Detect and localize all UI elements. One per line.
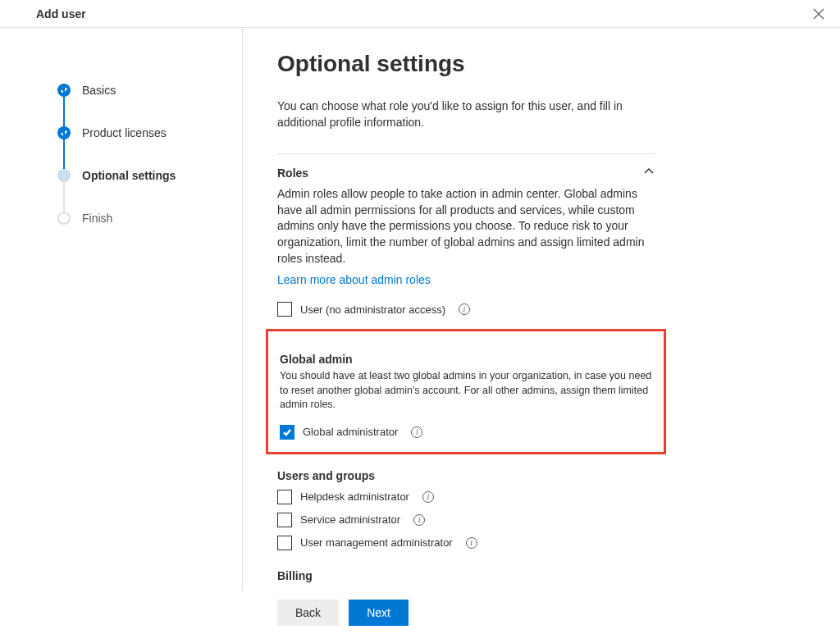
users-groups-title: Users and groups [277,469,655,482]
chevron-up-icon [643,166,655,180]
close-icon [813,8,824,20]
main-scroll[interactable]: Optional settings You can choose what ro… [243,28,840,590]
info-icon[interactable]: i [411,426,422,438]
global-admin-description: You should have at least two global admi… [280,369,652,413]
billing-title: Billing [277,569,655,582]
info-icon[interactable]: i [466,537,477,549]
checkbox-user-mgmt-admin[interactable]: User management administrator i [277,531,655,554]
pending-step-icon [57,212,71,225]
global-admin-title: Global admin [280,353,652,366]
checkbox-input[interactable] [277,513,292,527]
checkbox-billing-admin[interactable]: Billing administrator i [277,586,655,590]
next-button[interactable]: Next [349,600,409,626]
info-icon[interactable]: i [422,491,434,503]
step-basics[interactable]: Basics [57,69,222,112]
checkbox-label: Service administrator [300,513,400,526]
checkbox-label: User management administrator [300,536,453,549]
page-title: Optional settings [277,51,655,77]
check-icon [57,126,71,139]
checkbox-label: Helpdesk administrator [300,490,409,503]
step-label: Finish [82,212,112,225]
checkbox-global-administrator[interactable]: Global administrator i [280,421,652,444]
step-label: Optional settings [82,169,176,182]
checkbox-input[interactable] [280,425,294,440]
info-icon[interactable]: i [459,303,470,315]
checkbox-helpdesk-admin[interactable]: Helpdesk administrator i [277,486,655,509]
check-icon [57,84,71,97]
roles-description: Admin roles allow people to take action … [277,186,655,267]
learn-more-link[interactable]: Learn more about admin roles [277,273,431,286]
info-icon[interactable]: i [413,514,425,526]
close-button[interactable] [810,6,827,22]
roles-heading: Roles [277,166,308,180]
step-label: Product licenses [82,126,167,139]
checkbox-user-no-admin[interactable]: User (no administrator access) i [277,298,655,321]
step-label: Basics [82,84,116,97]
checkbox-label: User (no administrator access) [300,303,445,316]
checkbox-input[interactable] [277,490,292,504]
checkbox-input[interactable] [277,536,292,550]
roles-accordion-header[interactable]: Roles [277,166,655,180]
step-product-licenses[interactable]: Product licenses [57,112,222,154]
panel-title: Add user [36,7,86,21]
back-button[interactable]: Back [277,600,339,626]
checkbox-label: Global administrator [303,426,398,438]
global-admin-highlight: Global admin You should have at least tw… [266,329,666,454]
divider [277,153,655,154]
page-intro: You can choose what role you'd like to a… [277,98,655,130]
checkbox-input[interactable] [277,302,292,317]
current-step-icon [57,169,71,182]
step-optional-settings[interactable]: Optional settings [57,154,222,197]
checkbox-service-admin[interactable]: Service administrator i [277,509,655,531]
wizard-steps: Basics Product licenses Optional setting… [0,28,243,590]
step-finish[interactable]: Finish [57,197,222,239]
